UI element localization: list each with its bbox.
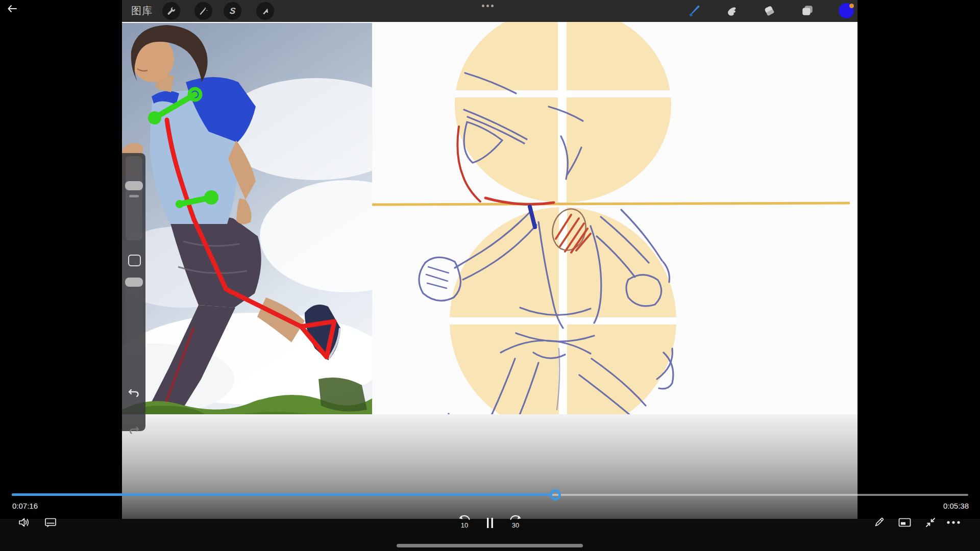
more-ellipsis-icon [946,520,961,525]
pause-button[interactable] [485,517,495,529]
transform-button[interactable] [256,2,274,20]
guide-line-top [372,203,850,205]
skip-back-button[interactable]: 10 [456,514,473,532]
redo-arrow-icon [129,425,140,435]
undo-arrow-icon [128,388,140,398]
layers-icon [801,4,814,17]
gallery-button[interactable]: 图库 [131,4,153,18]
subtitles-icon [44,517,57,529]
pause-icon [485,517,495,529]
selection-s-icon: S [229,6,236,16]
skip-forward-30-icon: 30 [507,514,524,532]
volume-button[interactable] [17,516,31,529]
wrench-icon [166,6,176,16]
home-indicator[interactable] [397,544,583,547]
magic-wand-icon [199,6,208,16]
skip-back-10-icon: 10 [456,514,473,532]
canvas-artwork [122,22,857,436]
smudge-finger-icon [725,5,738,17]
erase-tool-button[interactable] [761,2,778,19]
video-content: 图库 S [122,0,857,519]
volume-icon [17,516,31,529]
pip-icon [898,517,912,528]
photo-reference [122,23,433,436]
adjustments-button[interactable] [194,2,212,20]
paint-tool-button[interactable] [686,2,703,19]
brush-opacity-handle[interactable] [125,278,143,287]
square-modify-button[interactable] [128,255,141,266]
timeline-progress [12,493,550,496]
annotate-button[interactable] [872,516,886,529]
shrink-player-icon [924,516,937,529]
smudge-tool-button[interactable] [723,2,740,19]
layers-button[interactable] [799,2,816,19]
current-time: 0:07:16 [12,502,38,510]
brush-opacity-slider[interactable] [126,278,142,357]
pip-button[interactable] [898,517,912,528]
subtitles-button[interactable] [44,517,57,529]
brush-sidebar [122,153,145,431]
procreate-toolbar: 图库 S [122,0,857,22]
undo-button[interactable] [128,388,140,398]
shrink-player-button[interactable] [924,516,937,529]
brush-icon [688,4,701,17]
remaining-time: 0:05:38 [940,502,969,510]
actions-button[interactable] [162,2,180,20]
svg-text:10: 10 [461,521,468,529]
skip-forward-button[interactable]: 30 [507,514,524,532]
video-player-app: 图库 S [0,0,980,551]
chibi-sketch [341,22,855,436]
timeline-scrubber[interactable] [550,489,561,500]
svg-text:30: 30 [512,521,519,529]
brush-size-tick [129,195,139,197]
transform-arrow-icon [261,7,270,16]
canvas-desk-gradient [122,414,857,519]
more-options-button[interactable] [946,520,961,525]
back-button[interactable] [5,3,19,15]
annotate-pencil-icon [872,516,886,529]
brush-size-handle[interactable] [125,181,143,190]
redo-button[interactable] [129,425,140,435]
brush-size-slider[interactable] [126,156,142,240]
window-drag-handle[interactable] [482,5,494,7]
eraser-icon [763,5,776,17]
selection-button[interactable]: S [224,2,241,20]
back-arrow-icon [5,3,19,15]
color-alert-dot [849,4,854,8]
